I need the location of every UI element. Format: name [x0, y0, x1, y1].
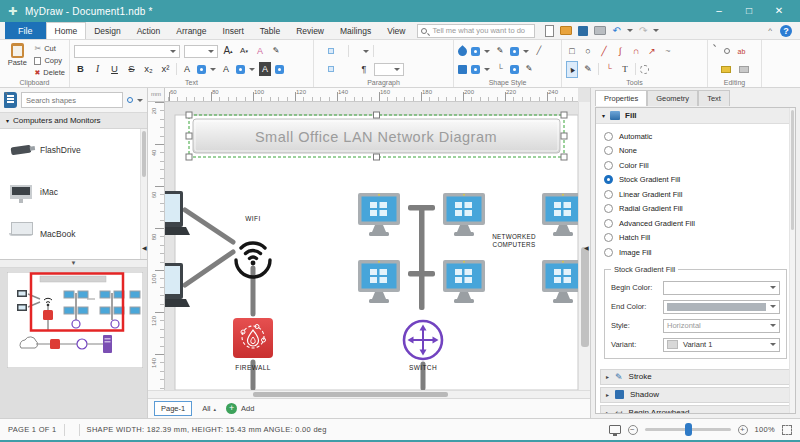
shadow-section-header[interactable]: ▸ Shadow	[600, 387, 791, 403]
zoom-in-icon[interactable]: +	[738, 425, 748, 435]
fill-option-none[interactable]: None	[604, 144, 787, 159]
format-painter-icon[interactable]: ✎	[270, 44, 282, 58]
fit-to-window-icon[interactable]	[609, 425, 621, 434]
find-icon[interactable]	[724, 48, 730, 54]
redo-dropdown-icon[interactable]	[653, 29, 659, 32]
bullet-dropdown-icon[interactable]	[363, 50, 369, 53]
tab-properties[interactable]: Properties	[595, 90, 647, 106]
replace-icon[interactable]: ab	[738, 48, 746, 55]
firewall-shape[interactable]	[233, 318, 273, 358]
title-shape[interactable]: Small Office LAN Network Diagram	[193, 119, 560, 153]
align-bottom-button[interactable]	[338, 48, 344, 54]
text-stroke-button[interactable]: A	[220, 62, 232, 76]
freehand-tool[interactable]: ~	[662, 44, 674, 58]
save-icon[interactable]	[578, 26, 588, 36]
nurbs-tool[interactable]: ∫	[614, 44, 626, 58]
text-fill-dropdown-icon[interactable]	[210, 68, 216, 71]
undo-dropdown-icon[interactable]	[627, 29, 633, 32]
bring-forward-icon[interactable]	[721, 66, 731, 73]
begin-color-select[interactable]	[663, 281, 780, 295]
connector-style-icon[interactable]: └	[494, 62, 506, 76]
page-tab[interactable]: Page-1	[154, 401, 192, 416]
font-size-select[interactable]	[184, 45, 218, 58]
align-top-button[interactable]	[318, 48, 324, 54]
shape-stroke-gear-icon[interactable]	[510, 47, 519, 56]
eyedropper-icon[interactable]: ╱	[533, 44, 545, 58]
shape-item-macbook[interactable]: MacBook	[0, 213, 147, 255]
fill-option-radial-gradient[interactable]: Radial Gradient Fill	[604, 202, 787, 217]
collapse-ribbon-icon[interactable]: ^	[768, 26, 772, 35]
print-icon[interactable]	[594, 26, 606, 35]
add-page-button[interactable]: + Add	[226, 403, 254, 414]
align-middle-button[interactable]	[328, 48, 334, 54]
shape-shadow-gear-icon[interactable]	[471, 65, 480, 74]
properties-scrollbar[interactable]	[789, 108, 795, 413]
brush-icon[interactable]: ✎	[523, 62, 535, 76]
tab-insert[interactable]: Insert	[215, 22, 252, 39]
shape-stroke-dropdown-icon[interactable]	[523, 50, 529, 53]
switch-shape[interactable]	[404, 321, 442, 359]
close-button[interactable]: ✕	[764, 0, 794, 22]
tab-table[interactable]: Table	[252, 22, 288, 39]
shape-stroke-icon[interactable]: ✎	[494, 44, 506, 58]
align-center-button[interactable]	[328, 66, 334, 72]
font-color-button[interactable]: A	[254, 44, 266, 58]
underline-button[interactable]: U	[108, 62, 121, 76]
shape-search-dropdown-icon[interactable]	[137, 99, 143, 102]
text-fill-button[interactable]: A	[181, 62, 193, 76]
shrink-font-button[interactable]: A▾	[238, 44, 250, 58]
tab-arrange[interactable]: Arrange	[168, 22, 214, 39]
zoom-out-icon[interactable]: −	[628, 425, 638, 435]
pen-tool[interactable]: ✎	[582, 62, 594, 76]
fill-option-stock-gradient[interactable]: Stock Gradient Fill	[604, 173, 787, 188]
maximize-button[interactable]: □	[734, 0, 764, 22]
align-right-button[interactable]	[338, 66, 344, 72]
tab-review[interactable]: Review	[288, 22, 332, 39]
text-fill-gear-icon[interactable]	[197, 65, 206, 74]
subscript-button[interactable]: x₂	[142, 62, 155, 76]
shape-shadow-dropdown-icon[interactable]	[484, 68, 490, 71]
text-tool[interactable]: T	[619, 62, 631, 76]
shape-fill-dropdown-icon[interactable]	[484, 50, 490, 53]
shape-shadow-icon[interactable]	[458, 65, 467, 74]
decrease-indent-button[interactable]	[378, 48, 384, 54]
zoom-slider-thumb[interactable]	[685, 423, 692, 436]
pilcrow-button[interactable]: ¶	[358, 62, 370, 76]
fill-option-automatic[interactable]: Automatic	[604, 129, 787, 144]
tab-geometry[interactable]: Geometry	[647, 90, 698, 106]
arc-tool[interactable]: ∩	[630, 44, 642, 58]
canvas-horizontal-scrollbar[interactable]	[148, 390, 590, 398]
text-stroke-dropdown-icon[interactable]	[249, 68, 255, 71]
left-splitter-collapse-icon[interactable]: ◀	[142, 244, 147, 251]
gradient-style-select[interactable]: Horizontal	[663, 319, 780, 333]
strikethrough-button[interactable]: S	[125, 62, 138, 76]
shapes-group-header[interactable]: ▾ Computers and Monitors	[0, 113, 147, 129]
shape-fill-gear-icon[interactable]	[471, 47, 480, 56]
tellme-search-input[interactable]	[417, 24, 535, 38]
shape-fill-icon[interactable]	[456, 45, 469, 58]
rectangle-tool[interactable]: □	[566, 44, 578, 58]
file-menu-button[interactable]: File	[5, 22, 46, 39]
gradient-variant-select[interactable]: Variant 1	[663, 338, 780, 352]
redo-button[interactable]: ↷	[639, 23, 647, 39]
text-shadow-button[interactable]: A	[259, 62, 271, 76]
text-shadow-gear-icon[interactable]	[275, 65, 284, 74]
end-color-select[interactable]	[663, 300, 780, 314]
bold-button[interactable]: B	[74, 62, 87, 76]
minimap[interactable]	[7, 272, 143, 368]
paste-button[interactable]: Paste	[4, 43, 30, 78]
stroke-section-header[interactable]: ▸ ✎ Stroke	[600, 369, 791, 385]
ellipse-tool[interactable]: ○	[582, 44, 594, 58]
pointer-tool[interactable]: ▲	[566, 61, 578, 78]
fit-page-icon[interactable]	[782, 425, 792, 435]
fill-section-header[interactable]: ▾ Fill	[596, 108, 795, 124]
pan-zoom-panel[interactable]	[0, 268, 147, 420]
tab-mailings[interactable]: Mailings	[332, 22, 379, 39]
new-document-icon[interactable]	[545, 25, 554, 37]
fill-option-linear-gradient[interactable]: Linear Gradient Fill	[604, 187, 787, 202]
minimize-button[interactable]: –	[704, 0, 734, 22]
lasso-tool-icon[interactable]	[640, 65, 649, 74]
panel-splitter[interactable]: ▼	[0, 260, 147, 268]
superscript-button[interactable]: x²	[159, 62, 172, 76]
bullet-list-button[interactable]	[353, 48, 359, 54]
